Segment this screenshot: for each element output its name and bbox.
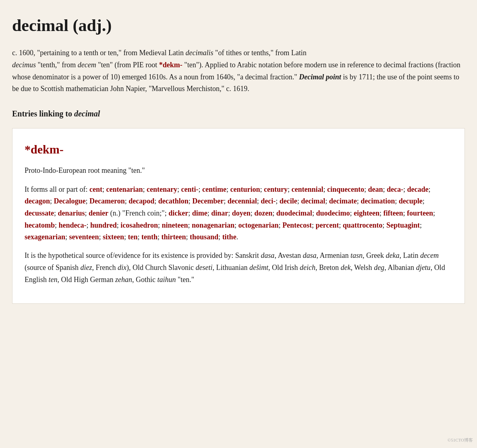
separator: ; [339, 221, 343, 229]
hyp-italic14: ten [49, 276, 58, 284]
hyp-part6: , French [92, 263, 117, 272]
word-link[interactable]: icosahedron [120, 221, 158, 229]
word-link[interactable]: dozen [254, 209, 272, 217]
word-link[interactable]: tenth [141, 233, 158, 241]
etym-bold-italic: Decimal point [299, 73, 341, 81]
word-link[interactable]: decile [280, 197, 297, 205]
word-link[interactable]: denier [89, 209, 108, 217]
word-link[interactable]: dinar [211, 209, 228, 217]
word-link[interactable]: cinquecento [327, 185, 364, 193]
word-link[interactable]: centennial [291, 185, 323, 193]
etym-italic1: decimalis [186, 49, 214, 57]
word-link[interactable]: duodecimal [276, 209, 312, 217]
word-link[interactable]: dicker [168, 209, 188, 217]
word-link[interactable]: sixteen [103, 233, 124, 241]
hyp-italic3: tasn [350, 251, 363, 259]
word-link[interactable]: duodecimo [316, 209, 350, 217]
separator: ; [218, 233, 222, 241]
separator: ; [198, 185, 202, 193]
word-link[interactable]: centime [202, 185, 226, 193]
word-link[interactable]: decapod [129, 197, 154, 205]
word-link[interactable]: seventeen [69, 233, 99, 241]
word-link[interactable]: nineteen [162, 221, 188, 229]
word-link[interactable]: doyen [232, 209, 251, 217]
word-link[interactable]: Decameron [89, 197, 125, 205]
denier-note: (n.) "French coin;" [108, 209, 165, 217]
word-link[interactable]: Pentecost [282, 221, 312, 229]
word-link[interactable]: decathlon [158, 197, 189, 205]
hyp-text1: It is the hypothetical source of/evidenc… [25, 251, 261, 259]
period: . [236, 233, 238, 241]
word-link[interactable]: century [264, 185, 288, 193]
word-link[interactable]: quattrocento [343, 221, 383, 229]
etym-bold-red: *dekm- [159, 61, 183, 69]
word-link[interactable]: sexagenarian [25, 233, 65, 241]
word-link[interactable]: cent [89, 185, 102, 193]
word-link[interactable]: decuple [399, 197, 423, 205]
separator: ; [188, 209, 192, 217]
word-link[interactable]: decimate [329, 197, 357, 205]
hyp-part8: , Lithuanian [212, 263, 249, 272]
word-link[interactable]: deca- [387, 185, 403, 193]
hyp-italic13: djetu [416, 263, 431, 272]
word-link[interactable]: decagon [25, 197, 50, 205]
separator: ; [380, 209, 384, 217]
word-link[interactable]: centurion [230, 185, 260, 193]
word-link[interactable]: ten [128, 233, 138, 241]
separator: ; [54, 209, 58, 217]
word-link[interactable]: hecatomb [25, 221, 55, 229]
hyp-part1: , Avestan [274, 251, 303, 259]
etymology-section: c. 1600, "pertaining to a tenth or ten,"… [12, 47, 465, 95]
word-link[interactable]: centenarian [106, 185, 143, 193]
hyp-italic12: deg [374, 263, 384, 272]
word-link[interactable]: Decalogue [54, 197, 86, 205]
hyp-part10: , Breton [315, 263, 341, 272]
hyp-part7: ), Old Church Slavonic [127, 263, 195, 272]
separator: ; [323, 185, 327, 193]
separator: ; [86, 197, 90, 205]
word-link[interactable]: decussate [25, 209, 54, 217]
word-link[interactable]: centi- [181, 185, 198, 193]
hyp-italic1: dasa [261, 251, 274, 259]
word-link[interactable]: deci- [261, 197, 276, 205]
hyp-part3: , Greek [363, 251, 386, 259]
word-link[interactable]: fourteen [407, 209, 433, 217]
word-link[interactable]: fifteen [383, 209, 403, 217]
entry-words-section: It forms all or part of: cent; centenari… [25, 184, 452, 243]
separator: ; [257, 197, 261, 205]
word-link[interactable]: decimal [301, 197, 325, 205]
word-link[interactable]: Septuagint [386, 221, 420, 229]
word-link[interactable]: December [192, 197, 224, 205]
word-link[interactable]: centenary [147, 185, 177, 193]
word-link[interactable]: nonagenarian [192, 221, 234, 229]
separator: ; [357, 197, 361, 205]
word-link[interactable]: octogenarian [238, 221, 279, 229]
separator: ; [228, 209, 232, 217]
word-link[interactable]: denarius [58, 209, 85, 217]
hyp-part16: "ten." [176, 276, 195, 284]
separator: ; [154, 197, 158, 205]
hyp-italic11: dek [340, 263, 350, 272]
separator: ; [325, 197, 329, 205]
separator: ; [138, 233, 142, 241]
word-link[interactable]: eighteen [354, 209, 380, 217]
word-link[interactable]: dean [368, 185, 383, 193]
word-link[interactable]: hundred [90, 221, 117, 229]
entry-subtitle: Proto-Indo-European root meaning "ten." [25, 165, 452, 176]
etym-part1: c. 1600, "pertaining to a tenth or ten,"… [12, 49, 186, 57]
word-link[interactable]: decade [407, 185, 429, 193]
entry-title[interactable]: *dekm- [25, 140, 452, 159]
separator: ; [312, 221, 316, 229]
word-link[interactable]: decennial [228, 197, 257, 205]
word-link[interactable]: percent [316, 221, 339, 229]
word-link[interactable]: thirteen [162, 233, 186, 241]
etym-italic3: decem [78, 61, 96, 69]
word-link[interactable]: hendeca- [59, 221, 87, 229]
separator: ; [383, 185, 387, 193]
word-link[interactable]: thousand [190, 233, 218, 241]
word-link[interactable]: decimation [361, 197, 395, 205]
word-link[interactable]: dime [192, 209, 207, 217]
hyp-part15: , Gothic [132, 276, 158, 284]
separator: ; [251, 209, 255, 217]
word-link[interactable]: tithe [222, 233, 236, 241]
